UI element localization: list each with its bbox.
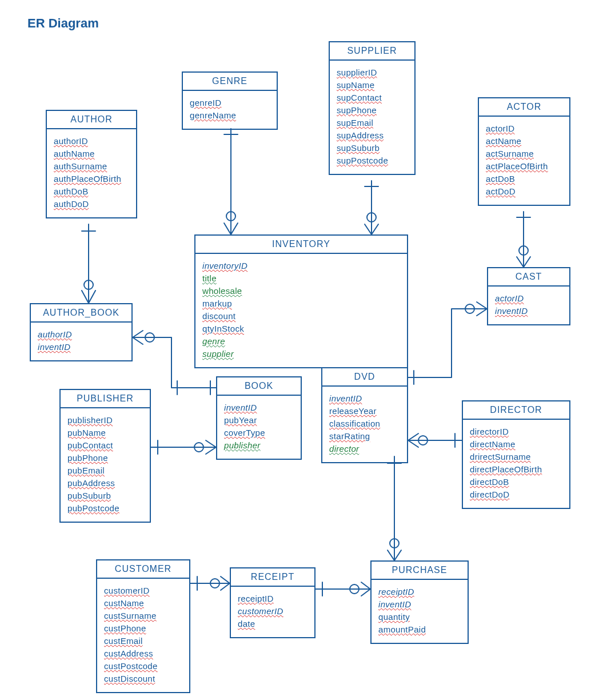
entity-publisher: PUBLISHER publisherIDpubNamepubContactpu… — [59, 389, 151, 523]
attr-suppostcode: supPostcode — [337, 154, 408, 167]
attr-inventid: inventID — [495, 305, 562, 317]
attr-discount: discount — [202, 310, 400, 323]
entity-attrs: genreIDgenreName — [183, 91, 277, 129]
svg-line-30 — [477, 302, 487, 309]
attr-genrename: genreName — [190, 109, 270, 122]
svg-point-43 — [418, 436, 428, 445]
entity-title: ACTOR — [479, 98, 569, 117]
svg-line-62 — [221, 576, 230, 583]
entity-attrs: inventoryIDtitlewholesalemarkupdiscountq… — [195, 254, 407, 367]
attr-classification: classification — [329, 417, 400, 430]
attr-actdod: actDoD — [486, 185, 562, 198]
svg-line-25 — [133, 337, 143, 344]
entity-attrs: directorIDdirectNamedrirectSurnamedirect… — [463, 420, 569, 508]
entity-purchase: PURCHASE receiptIDinventIDquantityamount… — [370, 560, 469, 644]
entity-attrs: actorIDinventID — [488, 287, 569, 324]
entity-title: AUTHOR_BOOK — [31, 304, 131, 323]
attr-publisher: publisher — [224, 439, 294, 452]
svg-line-50 — [388, 550, 394, 560]
svg-point-5 — [84, 280, 93, 289]
entity-title: INVENTORY — [195, 236, 407, 254]
attr-authorid: authorID — [38, 328, 125, 341]
svg-line-20 — [517, 257, 524, 267]
entity-director: DIRECTOR directorIDdirectNamedrirectSurn… — [462, 400, 570, 509]
attr-wholesale: wholesale — [202, 285, 400, 297]
attr-custdiscount: custDiscount — [104, 673, 182, 685]
svg-point-37 — [194, 443, 203, 452]
attr-pubemail: pubEmail — [67, 464, 143, 477]
attr-markup: markup — [202, 297, 400, 310]
attr-actdob: actDoB — [486, 173, 562, 185]
attr-inventoryid: inventoryID — [202, 260, 400, 272]
attr-starrating: starRating — [329, 430, 400, 443]
entity-author: AUTHOR authorIDauthNameauthSurnameauthPl… — [46, 110, 137, 218]
attr-publisherid: publisherID — [67, 414, 143, 427]
entity-attrs: inventIDpubYearcoverTypepublisher — [217, 396, 301, 459]
entity-receipt: RECEIPT receiptIDcustomerIDdate — [230, 567, 316, 638]
attr-supphone: supPhone — [337, 104, 408, 117]
svg-point-23 — [519, 246, 528, 255]
attr-custemail: custEmail — [104, 635, 182, 647]
entity-title: CUSTOMER — [97, 560, 189, 579]
entity-title: DIRECTOR — [463, 401, 569, 420]
svg-point-61 — [210, 579, 219, 588]
attr-quantity: quantity — [378, 611, 461, 623]
svg-point-49 — [390, 539, 399, 548]
attr-pubyear: pubYear — [224, 414, 294, 427]
attr-genreid: genreID — [190, 97, 270, 109]
attr-directorid: directorID — [470, 425, 562, 438]
svg-line-56 — [361, 582, 370, 589]
svg-line-39 — [206, 447, 216, 454]
attr-pubphone: pubPhone — [67, 452, 143, 464]
entity-genre: GENRE genreIDgenreName — [182, 71, 278, 130]
entity-author-book: AUTHOR_BOOK authorIDinventID — [30, 303, 133, 361]
attr-actplaceofbirth: actPlaceOfBirth — [486, 160, 562, 173]
attr-supaddress: supAddress — [337, 129, 408, 142]
attr-directdob: directDoB — [470, 476, 562, 488]
svg-point-27 — [145, 333, 154, 342]
attr-authsurname: authSurname — [54, 160, 129, 173]
svg-line-2 — [82, 291, 89, 303]
attr-customerid: customerID — [104, 584, 182, 597]
attr-genre: genre — [202, 335, 400, 348]
attr-pubsuburb: pubSuburb — [67, 490, 143, 502]
attr-custphone: custPhone — [104, 622, 182, 635]
svg-line-3 — [89, 291, 95, 303]
attr-actorid: actorID — [495, 292, 562, 305]
entity-attrs: publisherIDpubNamepubContactpubPhonepubE… — [61, 408, 150, 522]
attr-authname: authName — [54, 148, 129, 160]
attr-qtyinstock: qtyInStock — [202, 323, 400, 335]
entity-attrs: authorIDinventID — [31, 323, 131, 360]
entity-title: SUPPLIER — [330, 42, 414, 61]
entity-cast: CAST actorIDinventID — [487, 267, 570, 325]
svg-line-38 — [206, 440, 216, 447]
attr-pubname: pubName — [67, 427, 143, 439]
attr-receiptid: receiptID — [238, 592, 308, 605]
svg-line-57 — [361, 589, 370, 596]
attr-custsurname: custSurname — [104, 610, 182, 622]
attr-amountpaid: amountPaid — [378, 623, 461, 636]
svg-line-15 — [372, 224, 378, 234]
entity-title: DVD — [322, 368, 407, 387]
attr-pubcontact: pubContact — [67, 439, 143, 452]
attr-pubaddress: pubAddress — [67, 477, 143, 490]
attr-supplier: supplier — [202, 348, 400, 360]
attr-inventid: inventID — [329, 392, 400, 405]
attr-directdod: directDoD — [470, 488, 562, 501]
attr-customerid: customerID — [238, 605, 308, 618]
entity-title: PURCHASE — [372, 562, 468, 580]
page-title: ER Diagram — [27, 16, 99, 31]
attr-releaseyear: releaseYear — [329, 405, 400, 417]
attr-authplaceofbirth: authPlaceOfBirth — [54, 173, 129, 185]
attr-date: date — [238, 618, 308, 630]
svg-point-17 — [367, 213, 376, 222]
entity-title: BOOK — [217, 377, 301, 396]
attr-supname: supName — [337, 79, 408, 92]
entity-customer: CUSTOMER customerIDcustNamecustSurnamecu… — [96, 559, 190, 693]
attr-custname: custName — [104, 597, 182, 610]
svg-line-44 — [408, 433, 418, 440]
entity-title: RECEIPT — [231, 568, 314, 587]
entity-attrs: receiptIDcustomerIDdate — [231, 587, 314, 637]
attr-drirectsurname: drirectSurname — [470, 451, 562, 463]
entity-supplier: SUPPLIER supplierIDsupNamesupContactsupP… — [329, 41, 416, 175]
